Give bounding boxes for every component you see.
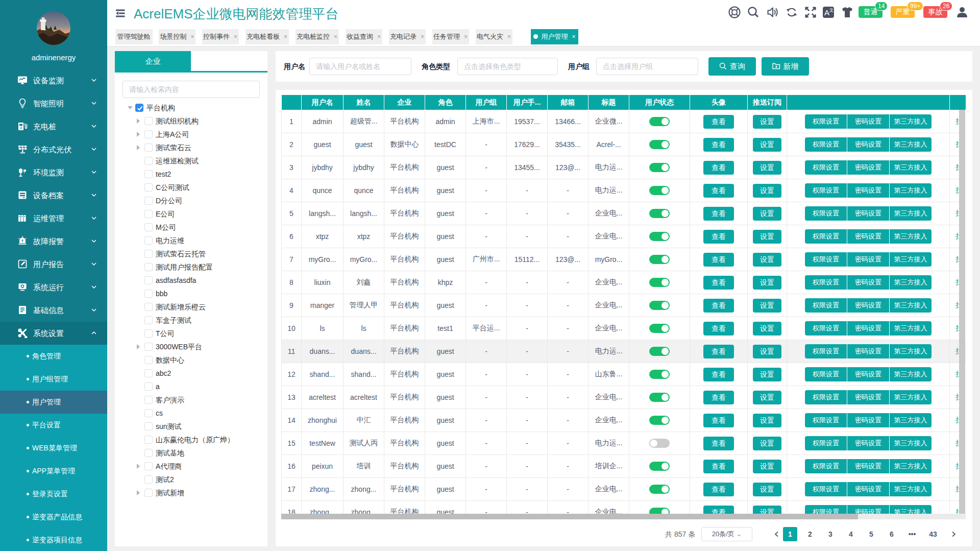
svg-text:A: A — [824, 8, 829, 17]
svg-text:文: 文 — [829, 8, 834, 13]
